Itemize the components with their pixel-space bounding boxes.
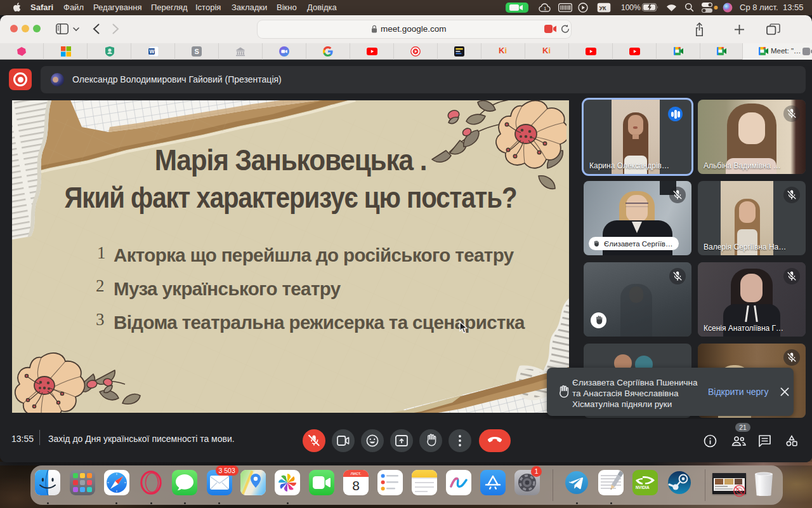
svg-text:S: S — [194, 48, 199, 55]
svg-text:УК: УК — [599, 5, 606, 11]
svg-text:NVIDIA: NVIDIA — [636, 485, 650, 490]
svg-text:1: 1 — [544, 6, 547, 11]
svg-text:W: W — [150, 48, 155, 55]
